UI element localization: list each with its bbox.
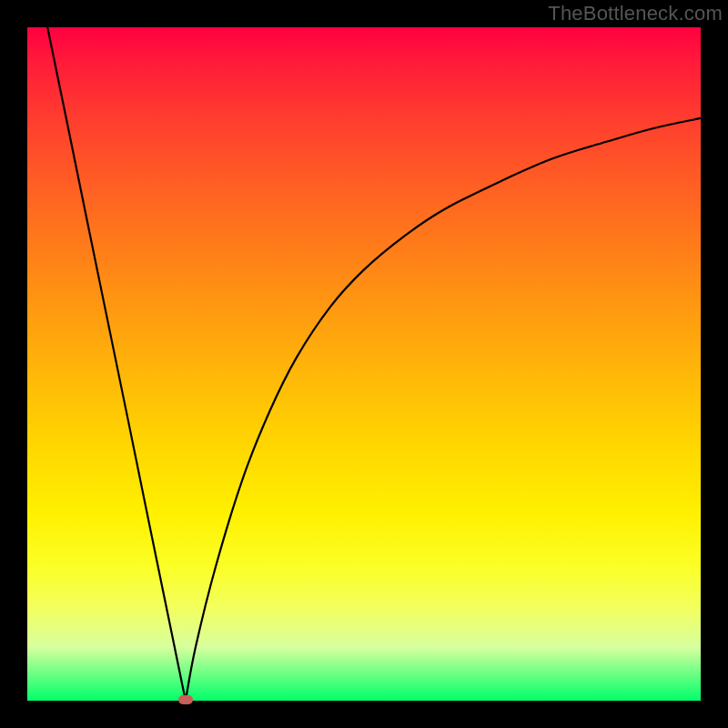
plot-area: [27, 27, 701, 701]
chart-frame: TheBottleneck.com: [0, 0, 728, 728]
optimum-marker: [178, 695, 193, 704]
watermark-text: TheBottleneck.com: [548, 2, 723, 25]
